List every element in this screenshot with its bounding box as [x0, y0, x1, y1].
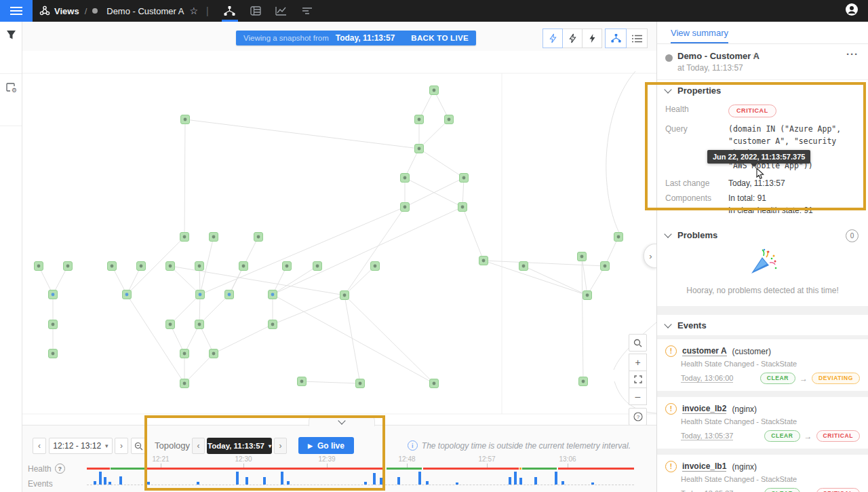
event-component-link[interactable]: customer A [682, 346, 727, 356]
topology-component-node[interactable] [401, 174, 410, 183]
favorite-star-icon[interactable]: ☆ [751, 50, 760, 61]
help-button[interactable]: ? [629, 408, 647, 425]
range-next-button[interactable]: › [115, 438, 128, 454]
topology-component-node[interactable] [180, 379, 189, 388]
topology-component-node[interactable] [166, 262, 175, 271]
event-count-bar[interactable] [99, 472, 102, 485]
zoom-out-button[interactable]: – [629, 387, 647, 405]
topology-component-node[interactable] [49, 290, 58, 299]
event-component-link[interactable]: invoice_lb1 [682, 461, 726, 472]
range-prev-button[interactable]: ‹ [33, 438, 46, 454]
topology-component-node[interactable] [254, 233, 263, 242]
event-time-link[interactable]: Today, 13:05:37 [681, 489, 733, 492]
topology-component-node[interactable] [180, 233, 189, 242]
event-count-bar[interactable] [119, 476, 122, 485]
event-count-bar[interactable] [519, 478, 522, 485]
topology-component-node[interactable] [579, 377, 588, 386]
topology-component-node[interactable] [401, 203, 410, 212]
event-count-bar[interactable] [591, 482, 594, 485]
event-time-link[interactable]: Today, 13:05:37 [681, 432, 733, 440]
event-count-bar[interactable] [94, 481, 96, 485]
search-component-button[interactable] [629, 334, 647, 352]
topology-component-node[interactable] [298, 377, 307, 386]
more-menu-button[interactable]: ··· [846, 48, 859, 60]
list-layout-button[interactable] [626, 29, 648, 48]
topology-layout-button[interactable] [605, 29, 627, 48]
event-count-bar[interactable] [561, 481, 564, 485]
event-count-bar[interactable] [514, 472, 517, 485]
topology-component-node[interactable] [195, 320, 204, 329]
topology-time-prev-button[interactable]: ‹ [192, 438, 205, 454]
topology-canvas[interactable]: + – ? › [22, 51, 656, 425]
topology-component-node[interactable] [430, 86, 439, 95]
topology-component-node[interactable] [239, 262, 248, 271]
topology-component-node[interactable] [195, 262, 204, 271]
topology-component-node[interactable] [108, 262, 117, 271]
event-count-bar[interactable] [534, 477, 537, 485]
topology-component-node[interactable] [123, 290, 132, 299]
topology-component-node[interactable] [269, 290, 277, 299]
topology-component-node[interactable] [35, 262, 43, 271]
event-count-bar[interactable] [456, 482, 458, 485]
events-section-header[interactable]: Events [657, 315, 868, 335]
event-count-bar[interactable] [197, 482, 199, 485]
topology-component-node[interactable] [283, 262, 292, 271]
event-count-bar[interactable] [555, 472, 557, 485]
go-live-button[interactable]: ▶ Go live [298, 437, 354, 454]
event-count-bar[interactable] [263, 477, 266, 485]
breadcrumb-views[interactable]: Views [54, 6, 79, 16]
event-count-bar[interactable] [147, 482, 150, 485]
topology-component-node[interactable] [210, 233, 218, 242]
show-problems-filled-button[interactable] [582, 29, 602, 48]
topology-component-node[interactable] [601, 262, 610, 271]
event-count-bar[interactable] [287, 481, 290, 485]
topology-component-node[interactable] [356, 379, 365, 388]
event-count-bar[interactable] [426, 481, 429, 485]
event-count-bar[interactable] [104, 477, 106, 485]
problems-section-header[interactable]: Problems 0 [657, 225, 868, 245]
topology-time-select[interactable]: Today, 11:13:57▾ [207, 438, 272, 454]
event-count-bar[interactable] [380, 478, 382, 485]
topology-component-node[interactable] [196, 290, 205, 299]
topology-component-node[interactable] [137, 262, 146, 271]
topology-component-node[interactable] [181, 115, 190, 124]
topology-component-node[interactable] [64, 262, 73, 271]
topology-component-node[interactable] [225, 290, 234, 299]
time-range-select[interactable]: 12:12 - 13:12▾ [49, 438, 113, 454]
topology-component-node[interactable] [578, 252, 587, 261]
topology-component-node[interactable] [166, 320, 175, 329]
topology-component-node[interactable] [415, 145, 424, 153]
topology-component-node[interactable] [430, 379, 439, 388]
topology-component-node[interactable] [583, 291, 592, 300]
filter-panel-button[interactable] [0, 22, 22, 74]
event-count-bar[interactable] [397, 477, 400, 485]
tab-view-summary[interactable]: View summary [671, 22, 728, 43]
nav-telemetry-icon[interactable] [269, 0, 294, 22]
properties-section-header[interactable]: Properties [657, 80, 868, 100]
topology-component-node[interactable] [458, 203, 467, 212]
event-list-item[interactable]: !invoice_lb1(nginx)Health State Changed … [657, 455, 868, 492]
topology-component-node[interactable] [460, 174, 469, 183]
view-settings-button[interactable]: ⚙ [0, 74, 22, 126]
topology-component-node[interactable] [519, 262, 528, 271]
event-count-bar[interactable] [373, 473, 376, 485]
topology-component-node[interactable] [49, 349, 58, 358]
event-count-bar[interactable] [418, 472, 421, 485]
topology-component-node[interactable] [210, 349, 218, 358]
user-avatar-icon[interactable] [845, 3, 859, 19]
nav-topology-icon[interactable] [217, 0, 243, 22]
breadcrumb-view-name[interactable]: Demo - Customer A [106, 6, 184, 16]
zoom-in-button[interactable]: + [629, 354, 647, 371]
event-count-bar[interactable] [281, 472, 283, 485]
topology-component-node[interactable] [313, 262, 322, 271]
last-change-value[interactable]: Today, 11:13:57 [728, 178, 785, 188]
topology-component-node[interactable] [614, 233, 623, 242]
nav-traces-icon[interactable] [294, 0, 320, 22]
hamburger-menu-button[interactable] [0, 0, 33, 22]
event-list-item[interactable]: !invoice_lb2(nginx)Health State Changed … [657, 397, 868, 449]
topology-component-node[interactable] [479, 257, 488, 265]
fit-to-screen-button[interactable] [629, 371, 647, 388]
event-list-item[interactable]: !customer A(customer)Health State Change… [657, 339, 868, 391]
event-count-bar[interactable] [509, 477, 511, 485]
show-all-problems-button[interactable] [542, 29, 563, 48]
